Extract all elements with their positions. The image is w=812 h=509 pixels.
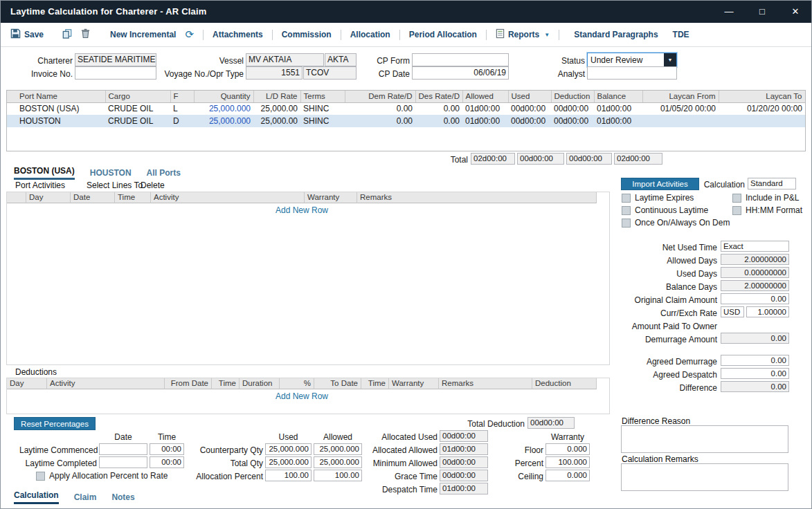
refresh-button[interactable]: ⟳ <box>185 30 194 39</box>
column-header-port-name[interactable]: Port Name <box>7 91 105 102</box>
deductions-column-activity[interactable]: Activity <box>47 378 165 389</box>
tab-notes[interactable]: Notes <box>111 492 134 504</box>
deductions-column-time[interactable]: Time <box>212 378 240 389</box>
voyage-no-field[interactable]: 1551 <box>246 66 303 80</box>
commission-button[interactable]: Commission <box>282 30 332 39</box>
cell-laycan-from[interactable]: 01/05/20 00:00 <box>642 102 719 115</box>
maximize-button[interactable]: □ <box>746 0 779 23</box>
apply-allocation-checkbox[interactable] <box>36 472 45 481</box>
hhmm-format-checkbox[interactable] <box>732 206 741 215</box>
difference-reason-textarea[interactable] <box>621 425 788 453</box>
cell-port-name[interactable]: HOUSTON <box>7 115 105 127</box>
cell-f[interactable]: L <box>170 102 194 115</box>
cell-quantity-link[interactable]: 25,000.000 <box>194 115 253 127</box>
calculation-field[interactable]: Standard <box>748 178 796 189</box>
minimize-button[interactable]: — <box>712 0 746 23</box>
activities-column-date[interactable]: Date <box>71 192 115 203</box>
deductions-column-day[interactable]: Day <box>7 378 47 389</box>
period-allocation-button[interactable]: Period Allocation <box>409 30 477 39</box>
cell-used[interactable]: 00d00:00 <box>508 102 551 115</box>
column-header-f[interactable]: F <box>170 91 194 102</box>
cell-port-name[interactable]: BOSTON (USA) <box>7 102 105 115</box>
tab-calculation[interactable]: Calculation <box>14 490 59 504</box>
cell-dem-rate[interactable]: 0.00 <box>345 115 415 127</box>
column-header-ld-rate[interactable]: L/D Rate <box>253 91 300 102</box>
net-used-time-field[interactable]: Exact <box>721 241 789 252</box>
column-header-des-rate[interactable]: Des Rate/D <box>415 91 462 102</box>
cell-balance[interactable]: 01d00:00 <box>594 115 642 127</box>
currency-field[interactable]: USD <box>721 306 744 317</box>
cell-des-rate[interactable]: 0.00 <box>415 102 462 115</box>
column-header-laycan-to[interactable]: Laycan To <box>719 91 805 102</box>
column-header-allowed[interactable]: Allowed <box>462 91 508 102</box>
reports-button[interactable]: Reports ▼ <box>496 28 550 41</box>
laytime-commenced-date-field[interactable] <box>99 443 147 455</box>
activities-column-activity[interactable]: Activity <box>151 192 305 203</box>
column-header-terms[interactable]: Terms <box>300 91 345 102</box>
column-header-dem-rate[interactable]: Dem Rate/D <box>345 91 415 102</box>
deductions-column-to-time[interactable]: Time <box>361 378 389 389</box>
tab-all-ports[interactable]: All Ports <box>147 168 181 180</box>
cell-deduction[interactable]: 00d00:00 <box>551 102 594 115</box>
continuous-laytime-checkbox[interactable] <box>622 206 631 215</box>
cell-deduction[interactable]: 00d00:00 <box>551 115 594 127</box>
include-in-pl-checkbox[interactable] <box>732 194 741 203</box>
dropdown-arrow-icon[interactable]: ▼ <box>664 53 676 66</box>
grace-time-field[interactable]: 00d00:00 <box>440 470 488 481</box>
save-button[interactable]: Save <box>10 28 44 41</box>
exch-rate-field[interactable]: 1.00000 <box>746 306 789 317</box>
total-qty-used-field[interactable]: 25,000.000 <box>265 456 312 468</box>
delete-lines-link[interactable]: Delete <box>141 181 165 190</box>
laytime-completed-date-field[interactable] <box>99 456 147 468</box>
charterer-field[interactable]: SEATIDE MARITIME <box>75 53 156 66</box>
attachments-button[interactable]: Attachments <box>213 30 263 39</box>
cell-ld-rate[interactable]: 25,000.00 <box>253 102 300 115</box>
vessel-name-field[interactable]: MV AKTAIA <box>246 53 324 66</box>
cell-balance[interactable]: 01d00:00 <box>594 102 642 115</box>
column-header-laycan-from[interactable]: Laycan From <box>642 91 719 102</box>
copy-button[interactable] <box>62 28 72 41</box>
cell-ld-rate[interactable]: 25,000.00 <box>253 115 300 127</box>
once-on-dem-checkbox[interactable] <box>622 219 631 228</box>
ceiling-field[interactable]: 0.000 <box>545 470 590 481</box>
activities-column-time[interactable]: Time <box>115 192 151 203</box>
cell-cargo[interactable]: CRUDE OIL <box>105 102 170 115</box>
allocation-percent-allowed-field[interactable]: 100.00 <box>314 470 362 481</box>
cell-terms[interactable]: SHINC <box>300 115 345 127</box>
activities-column-remarks[interactable]: Remarks <box>357 192 597 203</box>
total-qty-allowed-field[interactable]: 25,000.000 <box>314 456 362 468</box>
cell-laycan-to[interactable]: 01/20/20 00:00 <box>719 102 805 115</box>
tab-boston[interactable]: BOSTON (USA) <box>14 166 75 180</box>
analyst-field[interactable] <box>587 66 677 80</box>
calculation-remarks-textarea[interactable] <box>621 463 788 491</box>
column-header-cargo[interactable]: Cargo <box>105 91 170 102</box>
cell-terms[interactable]: SHINC <box>300 102 345 115</box>
cell-allowed[interactable]: 01d00:00 <box>462 115 508 127</box>
deductions-column-percent[interactable]: % <box>280 378 314 389</box>
cp-form-field[interactable] <box>412 53 509 66</box>
delete-button[interactable] <box>81 28 90 41</box>
cp-date-field[interactable]: 06/06/19 <box>412 66 509 80</box>
column-header-balance[interactable]: Balance <box>594 91 642 102</box>
activities-column-warranty[interactable]: Warranty <box>305 192 357 203</box>
tab-claim[interactable]: Claim <box>74 492 97 504</box>
column-header-used[interactable]: Used <box>508 91 551 102</box>
deductions-column-remarks[interactable]: Remarks <box>439 378 532 389</box>
port-row[interactable]: BOSTON (USA) CRUDE OIL L 25,000.000 25,0… <box>7 102 805 115</box>
allocation-button[interactable]: Allocation <box>350 30 390 39</box>
cell-laycan-from[interactable] <box>642 115 719 127</box>
deductions-column-warranty[interactable]: Warranty <box>389 378 439 389</box>
deductions-column-from-date[interactable]: From Date <box>165 378 212 389</box>
agreed-demurrage-field[interactable]: 0.00 <box>721 355 789 366</box>
laytime-completed-time-field[interactable]: 00:00 <box>150 456 184 468</box>
counterparty-used-field[interactable]: 25,000.000 <box>265 443 312 455</box>
tde-button[interactable]: TDE <box>673 30 689 39</box>
cell-quantity-link[interactable]: 25,000.000 <box>194 102 253 115</box>
tab-houston[interactable]: HOUSTON <box>90 168 132 180</box>
floor-field[interactable]: 0.000 <box>545 443 590 455</box>
agreed-despatch-field[interactable]: 0.00 <box>721 368 789 379</box>
column-header-deduction[interactable]: Deduction <box>551 91 594 102</box>
allocation-percent-used-field[interactable]: 100.00 <box>265 470 312 481</box>
cell-dem-rate[interactable]: 0.00 <box>345 102 415 115</box>
deductions-column-deduction[interactable]: Deduction <box>532 378 597 389</box>
